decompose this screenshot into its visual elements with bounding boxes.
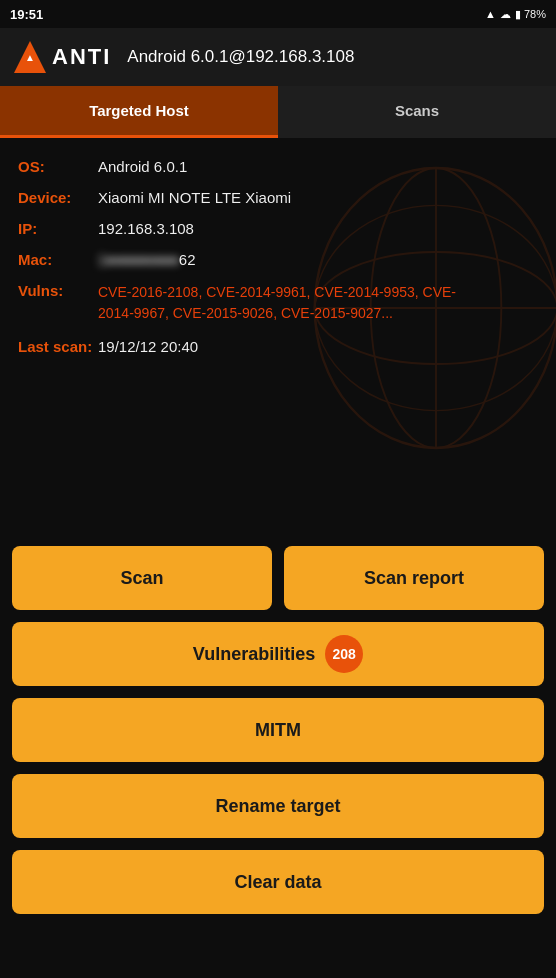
tab-targeted-host[interactable]: Targeted Host xyxy=(0,86,278,138)
tab-scans[interactable]: Scans xyxy=(278,86,556,138)
mitm-button[interactable]: MITM xyxy=(12,698,544,762)
top-bar: ▲ ANTI Android 6.0.1@192.168.3.108 xyxy=(0,28,556,86)
os-row: OS: Android 6.0.1 xyxy=(18,158,538,175)
ip-value: 192.168.3.108 xyxy=(98,220,194,237)
signal-icon: ▲ xyxy=(485,8,496,20)
clear-data-button[interactable]: Clear data xyxy=(12,850,544,914)
logo-icon: ▲ xyxy=(14,41,46,73)
status-time: 19:51 xyxy=(10,7,43,22)
scan-button[interactable]: Scan xyxy=(12,546,272,610)
rename-target-button[interactable]: Rename target xyxy=(12,774,544,838)
top-bar-title: Android 6.0.1@192.168.3.108 xyxy=(127,47,354,67)
last-scan-label: Last scan: xyxy=(18,338,98,355)
mac-end-value: 62 xyxy=(179,251,196,268)
mac-blurred-value: 1●●●●●●●● xyxy=(98,251,179,268)
last-scan-row: Last scan: 19/12/12 20:40 xyxy=(18,338,538,355)
mac-row: Mac: 1●●●●●●●● 62 xyxy=(18,251,538,268)
battery-icon: ▮ 78% xyxy=(515,8,546,21)
device-row: Device: Xiaomi MI NOTE LTE Xiaomi xyxy=(18,189,538,206)
tabs-container: Targeted Host Scans xyxy=(0,86,556,138)
status-icons: ▲ ☁ ▮ 78% xyxy=(485,8,546,21)
logo-container: ▲ ANTI xyxy=(14,41,111,73)
vulnerabilities-label: Vulnerabilities xyxy=(193,644,315,665)
os-label: OS: xyxy=(18,158,98,175)
device-label: Device: xyxy=(18,189,98,206)
device-value: Xiaomi MI NOTE LTE Xiaomi xyxy=(98,189,291,206)
main-content: OS: Android 6.0.1 Device: Xiaomi MI NOTE… xyxy=(0,138,556,538)
vulns-label: Vulns: xyxy=(18,282,98,299)
scan-report-button[interactable]: Scan report xyxy=(284,546,544,610)
vuln-count-badge: 208 xyxy=(325,635,363,673)
logo-text: ANTI xyxy=(52,44,111,70)
vulns-value: CVE-2016-2108, CVE-2014-9961, CVE-2014-9… xyxy=(98,282,478,324)
mac-label: Mac: xyxy=(18,251,98,268)
os-value: Android 6.0.1 xyxy=(98,158,187,175)
last-scan-value: 19/12/12 20:40 xyxy=(98,338,198,355)
vulnerabilities-button[interactable]: Vulnerabilities 208 xyxy=(12,622,544,686)
vulns-row: Vulns: CVE-2016-2108, CVE-2014-9961, CVE… xyxy=(18,282,538,324)
ip-label: IP: xyxy=(18,220,98,237)
status-bar: 19:51 ▲ ☁ ▮ 78% xyxy=(0,0,556,28)
wifi-icon: ☁ xyxy=(500,8,511,21)
scan-buttons-row: Scan Scan report xyxy=(12,546,544,610)
ip-row: IP: 192.168.3.108 xyxy=(18,220,538,237)
buttons-section: Scan Scan report Vulnerabilities 208 MIT… xyxy=(0,546,556,914)
